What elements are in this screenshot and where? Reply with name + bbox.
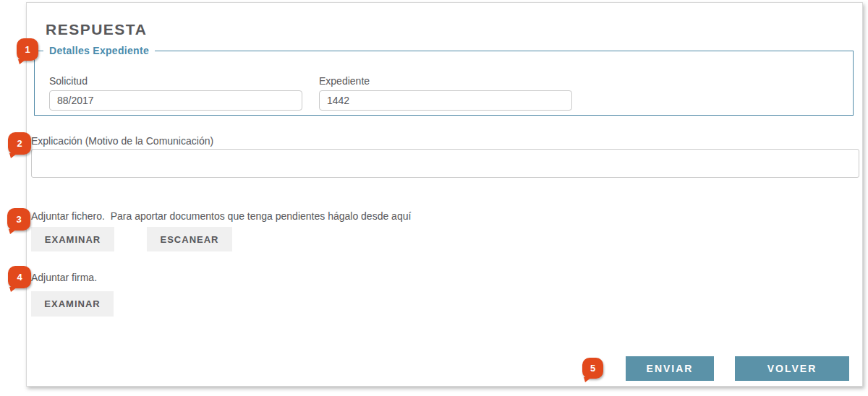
- solicitud-field-group: Solicitud: [49, 75, 302, 111]
- expediente-input[interactable]: [319, 90, 572, 111]
- solicitud-label: Solicitud: [49, 75, 302, 87]
- attach-file-examine-button[interactable]: EXAMINAR: [31, 227, 114, 251]
- page-title: RESPUESTA: [46, 21, 147, 38]
- annotation-badge-1: 1: [17, 38, 38, 61]
- back-button[interactable]: VOLVER: [735, 356, 849, 381]
- details-fieldset-legend: Detalles Expediente: [43, 45, 155, 56]
- annotation-badge-2: 2: [8, 132, 31, 155]
- annotation-badge-4: 4: [8, 266, 31, 288]
- attach-file-label: Adjuntar fichero. Para aportar documento…: [31, 210, 411, 222]
- attach-signature-label: Adjuntar firma.: [31, 272, 97, 283]
- details-fieldset: Detalles Expediente Solicitud Expediente: [34, 45, 854, 116]
- attach-signature-examine-button[interactable]: EXAMINAR: [31, 291, 114, 317]
- explanation-textarea[interactable]: [31, 149, 859, 178]
- expediente-field-group: Expediente: [319, 75, 572, 111]
- explanation-label: Explicación (Motivo de la Comunicación): [31, 135, 213, 147]
- solicitud-input[interactable]: [49, 90, 302, 111]
- expediente-label: Expediente: [319, 75, 572, 87]
- send-button[interactable]: ENVIAR: [626, 356, 714, 381]
- attach-file-scan-button[interactable]: ESCANEAR: [147, 227, 232, 251]
- annotation-badge-3: 3: [7, 208, 30, 231]
- annotation-badge-5: 5: [582, 358, 603, 379]
